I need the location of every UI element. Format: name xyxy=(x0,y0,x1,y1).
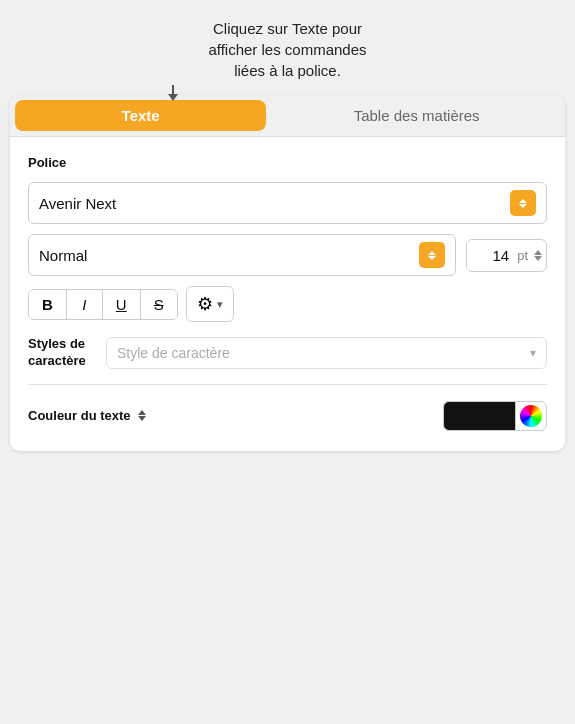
font-name-select[interactable]: Avenir Next xyxy=(28,182,547,224)
gear-icon: ⚙ xyxy=(197,293,213,315)
divider xyxy=(28,384,547,385)
tab-texte[interactable]: Texte xyxy=(15,100,266,131)
tooltip-arrow xyxy=(172,85,174,95)
font-size-input[interactable] xyxy=(467,240,517,271)
char-style-row: Styles decaractère Style de caractère ▾ xyxy=(28,336,547,370)
font-size-input-wrap: pt xyxy=(466,239,547,272)
font-style-value: Normal xyxy=(39,247,87,264)
italic-button[interactable]: I xyxy=(67,290,103,319)
strikethrough-button[interactable]: S xyxy=(141,290,177,319)
panel-body: Police Avenir Next Normal xyxy=(10,137,565,451)
style-arrow-up-icon xyxy=(428,251,436,255)
color-swatch-group xyxy=(443,401,547,431)
text-color-label-wrap: Couleur du texte xyxy=(28,408,146,423)
font-style-select[interactable]: Normal xyxy=(28,234,456,276)
color-black-swatch[interactable] xyxy=(443,401,515,431)
text-color-stepper[interactable] xyxy=(138,410,146,421)
font-name-arrows-icon xyxy=(510,190,536,216)
text-color-down-icon[interactable] xyxy=(138,416,146,421)
text-color-row: Couleur du texte xyxy=(28,401,547,431)
tooltip-text: Cliquez sur Texte pourafficher les comma… xyxy=(208,20,366,79)
text-options-gear-button[interactable]: ⚙ ▾ xyxy=(186,286,234,322)
font-size-decrement-icon[interactable] xyxy=(534,256,542,261)
char-style-chevron-icon: ▾ xyxy=(530,346,536,360)
style-size-row: Normal pt xyxy=(28,234,547,276)
chevron-down-icon: ▾ xyxy=(217,298,223,311)
inspector-panel: Texte Table des matières Police Avenir N… xyxy=(10,95,565,451)
tab-bar: Texte Table des matières xyxy=(10,95,565,137)
text-color-label: Couleur du texte xyxy=(28,408,131,423)
arrow-up-icon xyxy=(519,199,527,203)
tab-toc[interactable]: Table des matières xyxy=(268,95,565,136)
font-style-arrows-icon xyxy=(419,242,445,268)
font-size-increment-icon[interactable] xyxy=(534,250,542,255)
font-size-unit: pt xyxy=(517,248,530,263)
format-row: B I U S ⚙ ▾ xyxy=(28,286,547,322)
tooltip-bubble: Cliquez sur Texte pourafficher les comma… xyxy=(0,0,575,95)
color-picker-button[interactable] xyxy=(515,401,547,431)
font-name-value: Avenir Next xyxy=(39,195,116,212)
arrow-down-icon xyxy=(519,204,527,208)
char-style-placeholder: Style de caractère xyxy=(117,345,230,361)
underline-button[interactable]: U xyxy=(103,290,141,319)
bold-button[interactable]: B xyxy=(29,290,67,319)
font-name-row: Avenir Next xyxy=(28,182,547,224)
color-wheel-icon xyxy=(520,405,542,427)
font-section-label: Police xyxy=(28,155,547,170)
char-style-label: Styles decaractère xyxy=(28,336,96,370)
format-buttons-group: B I U S xyxy=(28,289,178,320)
font-size-stepper[interactable] xyxy=(530,248,546,263)
char-style-select[interactable]: Style de caractère ▾ xyxy=(106,337,547,369)
style-arrow-down-icon xyxy=(428,256,436,260)
text-color-up-icon[interactable] xyxy=(138,410,146,415)
